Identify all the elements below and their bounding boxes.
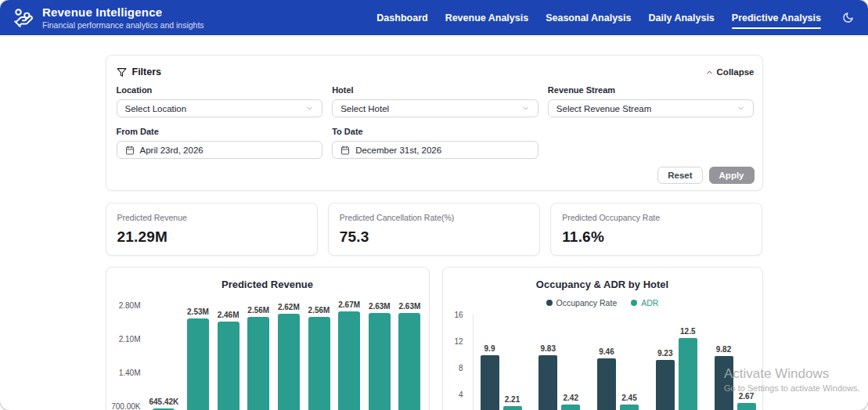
revenue-bar bbox=[308, 317, 330, 410]
revenue-bar-wrap: 2.53M bbox=[187, 308, 209, 410]
revenue-stream-select[interactable]: Select Revenue Stream bbox=[548, 99, 755, 117]
chevron-down-icon bbox=[305, 104, 314, 113]
hotel-group: 9.2312.5 bbox=[656, 327, 697, 410]
adr-bar-wrap: 12.5 bbox=[679, 327, 697, 410]
nav-predictive-analysis[interactable]: Predictive Analysis bbox=[732, 9, 821, 27]
bar-value-label: 2.63M bbox=[369, 302, 391, 311]
moon-icon bbox=[842, 12, 854, 23]
collapse-button[interactable]: Collapse bbox=[705, 67, 755, 77]
revenue-bar bbox=[218, 322, 240, 410]
bar-value-label: 9.46 bbox=[599, 347, 614, 356]
adr-bar-wrap: 2.67 bbox=[737, 392, 756, 410]
from-date-input[interactable]: April 23rd, 2026 bbox=[117, 141, 323, 159]
location-label: Location bbox=[117, 85, 323, 95]
bar-value-label: 2.42 bbox=[564, 394, 578, 402]
revenue-stream-select-value: Select Revenue Stream bbox=[556, 104, 651, 113]
bar-value-label: 2.46M bbox=[218, 311, 240, 319]
nav-dashboard[interactable]: Dashboard bbox=[376, 9, 427, 27]
adr-bar-wrap: 2.42 bbox=[561, 394, 580, 410]
nav-daily-analysis[interactable]: Daily Analysis bbox=[649, 9, 715, 27]
occupancy-bar bbox=[656, 360, 675, 410]
hotel-group: 9.822.67 bbox=[715, 345, 756, 410]
filters-header: Filters Collapse bbox=[117, 65, 755, 79]
chart-title: Occupancy & ADR by Hotel bbox=[443, 279, 762, 291]
calendar-icon bbox=[340, 146, 350, 155]
main-nav: Dashboard Revenue Analysis Seasonal Anal… bbox=[376, 9, 855, 27]
hotel-select[interactable]: Select Hotel bbox=[332, 99, 538, 117]
adr-bar bbox=[620, 405, 639, 410]
filters-title-label: Filters bbox=[132, 67, 162, 77]
legend-dot bbox=[546, 300, 553, 306]
charts-row: Predicted Revenue 2.80M2.10M1.40M700.00K… bbox=[106, 267, 763, 410]
revenue-bar bbox=[398, 313, 420, 410]
bar-value-label: 2.63M bbox=[399, 302, 421, 311]
stat-label: Predicted Cancellation Rate(%) bbox=[340, 213, 528, 222]
apply-button[interactable]: Apply bbox=[709, 167, 755, 184]
adr-bar bbox=[503, 406, 522, 410]
stat-card-predicted-revenue: Predicted Revenue 21.29M bbox=[106, 203, 318, 256]
stat-card-predicted-occupancy-rate: Predicted Occupancy Rate 11.6% bbox=[550, 203, 762, 256]
bar-value-label: 2.53M bbox=[187, 308, 209, 316]
collapse-label: Collapse bbox=[717, 67, 755, 77]
revenue-stream-field: Revenue Stream Select Revenue Stream bbox=[548, 85, 755, 117]
filters-title: Filters bbox=[117, 67, 162, 77]
dark-mode-toggle[interactable] bbox=[840, 10, 855, 26]
to-date-label: To Date bbox=[332, 127, 538, 136]
occupancy-adr-plot: 161284 9.92.219.832.429.462.459.2312.59.… bbox=[443, 315, 762, 410]
from-date-field: From Date April 23rd, 2026 bbox=[117, 127, 323, 159]
to-date-input[interactable]: December 31st, 2026 bbox=[332, 141, 538, 159]
chevron-up-icon bbox=[705, 68, 714, 77]
from-date-value: April 23rd, 2026 bbox=[140, 146, 203, 155]
revenue-bar bbox=[278, 314, 300, 410]
adr-bar bbox=[679, 338, 697, 410]
hand-coins-logo-icon bbox=[13, 7, 34, 29]
hotel-group: 9.462.45 bbox=[597, 347, 639, 410]
hotel-field: Hotel Select Hotel bbox=[332, 85, 538, 117]
stat-card-predicted-cancellation-rate: Predicted Cancellation Rate(%) 75.3 bbox=[328, 203, 540, 256]
revenue-bar-wrap: 2.56M bbox=[247, 306, 269, 410]
y-axis-tick: 16 bbox=[454, 311, 463, 319]
revenue-bar bbox=[338, 311, 360, 410]
reset-button[interactable]: Reset bbox=[657, 167, 702, 184]
app-subtitle: Financial performance analytics and insi… bbox=[42, 20, 204, 30]
revenue-bar-wrap: 2.62M bbox=[278, 303, 300, 410]
y-axis-tick: 2.80M bbox=[119, 301, 141, 310]
occupancy-bar bbox=[538, 355, 557, 410]
location-select-value: Select Location bbox=[125, 104, 187, 113]
bar-value-label: 9.83 bbox=[541, 344, 556, 353]
stat-label: Predicted Occupancy Rate bbox=[562, 213, 751, 222]
revenue-bar-wrap: 2.63M bbox=[369, 302, 391, 410]
adr-bar bbox=[737, 403, 756, 410]
y-axis-tick: 2.10M bbox=[119, 335, 141, 343]
legend-label: ADR bbox=[641, 298, 658, 308]
nav-revenue-analysis[interactable]: Revenue Analysis bbox=[445, 9, 529, 27]
bar-value-label: 645.42K bbox=[149, 397, 179, 406]
filters-panel: Filters Collapse Location Select Locatio… bbox=[106, 55, 763, 191]
occupancy-adr-chart-card: Occupancy & ADR by Hotel Occupancy Rate … bbox=[442, 267, 763, 410]
brand-text: Revenue Intelligence Financial performan… bbox=[42, 5, 204, 30]
hotel-select-value: Select Hotel bbox=[340, 104, 389, 113]
y-axis-tick: 8 bbox=[459, 364, 463, 372]
stat-value: 75.3 bbox=[340, 228, 528, 246]
main-content: Filters Collapse Location Select Locatio… bbox=[106, 35, 763, 410]
bar-value-label: 2.67M bbox=[338, 300, 360, 309]
location-select[interactable]: Select Location bbox=[117, 99, 323, 117]
bar-series: 645.42K2.53M2.46M2.56M2.62M2.56M2.67M2.6… bbox=[149, 305, 421, 410]
nav-seasonal-analysis[interactable]: Seasonal Analysis bbox=[546, 9, 631, 27]
app-window: Revenue Intelligence Financial performan… bbox=[0, 0, 868, 410]
revenue-bar-wrap: 645.42K bbox=[149, 397, 179, 410]
bar-value-label: 2.21 bbox=[505, 395, 520, 404]
bar-value-label: 9.82 bbox=[716, 345, 731, 354]
occupancy-bar-wrap: 9.46 bbox=[597, 347, 616, 410]
chart-legend: Occupancy Rate ADR bbox=[443, 297, 762, 308]
brand: Revenue Intelligence Financial performan… bbox=[13, 5, 204, 30]
revenue-bar-wrap: 2.56M bbox=[308, 306, 330, 410]
occupancy-bar-wrap: 9.82 bbox=[715, 345, 733, 410]
app-title: Revenue Intelligence bbox=[42, 5, 204, 19]
from-date-label: From Date bbox=[117, 127, 323, 136]
adr-bar-wrap: 2.21 bbox=[503, 395, 522, 410]
stat-label: Predicted Revenue bbox=[117, 213, 306, 222]
occupancy-bar-wrap: 9.9 bbox=[481, 344, 499, 410]
bar-value-label: 2.45 bbox=[621, 394, 636, 402]
legend-dot bbox=[631, 300, 637, 306]
